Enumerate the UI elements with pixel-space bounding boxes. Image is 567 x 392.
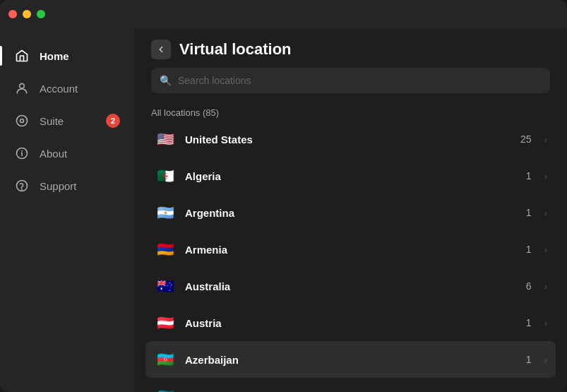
location-name: Algeria: [185, 170, 518, 182]
sidebar-item-home-label: Home: [40, 50, 120, 62]
main-content: Virtual location 🔍 All locations (85) 🇺🇸…: [134, 0, 567, 392]
location-count: 1: [526, 170, 532, 182]
account-icon: [14, 81, 30, 96]
flag-icon: 🇦🇹: [154, 311, 177, 334]
close-button[interactable]: [8, 10, 17, 18]
search-bar: 🔍: [151, 68, 550, 93]
chevron-right-icon: ›: [544, 134, 547, 145]
flag-icon: 🇧🇸: [154, 385, 177, 392]
flag-icon: 🇦🇿: [154, 348, 177, 371]
suite-badge: 2: [106, 114, 120, 128]
sidebar: Home Account Suite 2: [0, 0, 134, 392]
sidebar-item-about[interactable]: About: [0, 137, 134, 170]
location-name: Azerbaijan: [185, 354, 518, 366]
about-icon: [14, 145, 30, 161]
sidebar-item-support[interactable]: Support: [0, 170, 134, 202]
flag-icon: 🇺🇸: [154, 128, 177, 150]
location-name: Austria: [185, 317, 518, 329]
search-icon: 🔍: [160, 75, 172, 86]
home-icon: [14, 48, 30, 64]
location-item[interactable]: 🇧🇸 Bahamas 1 ›: [145, 378, 556, 392]
sidebar-item-suite[interactable]: Suite 2: [0, 105, 134, 137]
minimize-button[interactable]: [23, 10, 31, 18]
location-item[interactable]: 🇦🇹 Austria 1 ›: [145, 304, 556, 341]
location-item[interactable]: 🇦🇷 Argentina 1 ›: [145, 194, 556, 231]
svg-point-1: [17, 116, 28, 126]
chevron-right-icon: ›: [544, 208, 547, 218]
page-title: Virtual location: [179, 40, 292, 59]
location-name: Australia: [185, 280, 518, 292]
location-count: 1: [526, 354, 532, 365]
section-label: All locations (85): [134, 102, 567, 121]
chevron-right-icon: ›: [544, 355, 547, 365]
sidebar-item-about-label: About: [40, 148, 120, 160]
location-name: Argentina: [185, 207, 518, 219]
location-count: 25: [520, 133, 532, 145]
flag-icon: 🇦🇷: [154, 201, 177, 224]
location-item[interactable]: 🇦🇲 Armenia 1 ›: [145, 231, 556, 268]
location-item[interactable]: 🇦🇿 Azerbaijan 1 ›: [145, 341, 556, 378]
location-item[interactable]: 🇺🇸 United States 25 ›: [145, 121, 556, 158]
chevron-right-icon: ›: [544, 281, 547, 292]
location-list: 🇺🇸 United States 25 › 🇩🇿 Algeria 1 › 🇦🇷 …: [134, 121, 567, 392]
chevron-right-icon: ›: [544, 318, 547, 328]
svg-point-0: [20, 83, 25, 88]
flag-icon: 🇦🇲: [154, 238, 177, 261]
svg-point-2: [20, 119, 24, 123]
chevron-right-icon: ›: [544, 244, 547, 255]
sidebar-item-support-label: Support: [40, 180, 120, 192]
sidebar-item-account[interactable]: Account: [0, 72, 134, 105]
main-header: Virtual location: [134, 28, 567, 68]
location-count: 1: [526, 207, 532, 218]
svg-point-7: [22, 189, 23, 190]
maximize-button[interactable]: [37, 10, 45, 18]
location-item[interactable]: 🇩🇿 Algeria 1 ›: [145, 158, 556, 194]
back-button[interactable]: [151, 40, 171, 59]
sidebar-nav: Home Account Suite 2: [0, 28, 134, 202]
search-input[interactable]: [151, 68, 550, 93]
suite-icon: [14, 113, 30, 129]
flag-icon: 🇦🇺: [154, 275, 177, 297]
location-count: 1: [526, 317, 532, 328]
location-name: Armenia: [185, 244, 518, 256]
support-icon: [14, 178, 30, 194]
title-bar: [0, 0, 567, 28]
chevron-right-icon: ›: [544, 171, 547, 182]
sidebar-item-suite-label: Suite: [40, 115, 96, 127]
location-count: 6: [526, 280, 532, 292]
flag-icon: 🇩🇿: [154, 165, 177, 187]
sidebar-item-home[interactable]: Home: [0, 40, 134, 72]
location-item[interactable]: 🇦🇺 Australia 6 ›: [145, 268, 556, 304]
location-name: United States: [185, 133, 512, 145]
sidebar-item-account-label: Account: [40, 83, 120, 95]
location-count: 1: [526, 244, 532, 255]
